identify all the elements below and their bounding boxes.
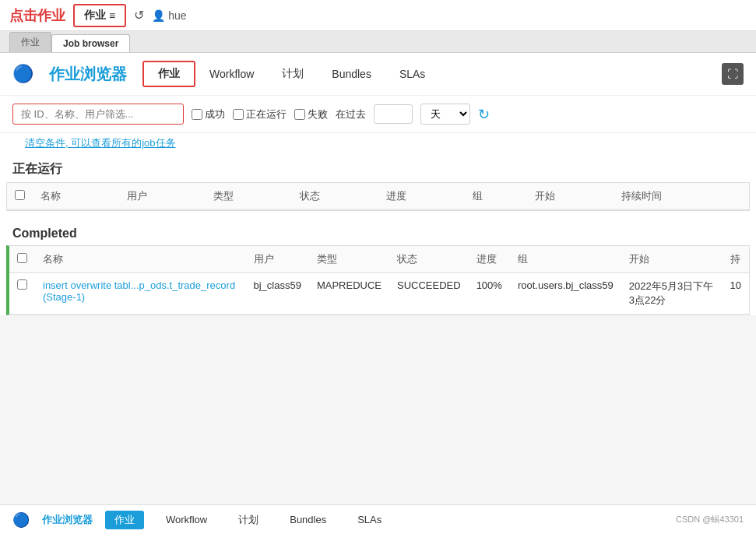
clear-filter-link[interactable]: 清空条件, 可以查看所有的job任务 (12, 134, 188, 152)
running-col-status: 状态 (292, 183, 378, 210)
running-checkbox-label[interactable]: 正在运行 (233, 107, 287, 121)
success-label: 成功 (205, 107, 225, 121)
completed-col-status: 状态 (389, 246, 469, 273)
completed-table-container: 名称 用户 类型 状态 进度 组 开始 持 i (6, 245, 750, 315)
completed-scroll-area[interactable]: 名称 用户 类型 状态 进度 组 开始 持 i (9, 246, 749, 314)
history-icon[interactable]: ↺ (134, 8, 144, 23)
browser-tab-jobbrowser[interactable]: Job browser (51, 34, 130, 52)
table-row: insert overwrite tabl...p_ods.t_trade_re… (9, 273, 749, 314)
running-checkbox[interactable] (233, 109, 244, 120)
unit-select[interactable]: 天 小时 分钟 (420, 104, 470, 125)
running-select-all[interactable] (15, 190, 25, 200)
fullscreen-button[interactable]: ⛶ (722, 63, 744, 85)
row-progress: 100% (469, 273, 510, 314)
running-col-check (7, 183, 33, 210)
nav-tab-slas[interactable]: SLAs (385, 63, 439, 85)
running-scroll-area[interactable]: 名称 用户 类型 状态 进度 组 开始 持续时间 (7, 183, 749, 210)
row-checkbox[interactable] (17, 279, 27, 290)
success-checkbox[interactable] (192, 109, 202, 120)
running-col-user: 用户 (119, 183, 206, 210)
failed-checkbox[interactable] (294, 109, 305, 120)
nav-tabs: 作业 Workflow 计划 Bundles SLAs (142, 61, 439, 87)
row-status: SUCCEEDED (389, 273, 469, 314)
running-label: 正在运行 (246, 107, 287, 121)
nav-tab-job[interactable]: 作业 (142, 61, 195, 87)
completed-col-name: 名称 (35, 246, 246, 273)
completed-col-user: 用户 (246, 246, 309, 273)
row-duration: 10 (723, 273, 749, 314)
row-user: bj_class59 (246, 273, 309, 314)
running-heading: 正在运行 (0, 153, 756, 182)
nav-tab-schedule[interactable]: 计划 (268, 62, 318, 86)
running-col-duration: 持续时间 (614, 183, 749, 210)
click-job-label: 点击作业 (9, 6, 65, 25)
completed-col-progress: 进度 (469, 246, 510, 273)
running-table-container: 名称 用户 类型 状态 进度 组 开始 持续时间 (6, 182, 750, 211)
completed-select-all[interactable] (17, 253, 27, 263)
row-check (9, 273, 35, 314)
row-start: 2022年5月3日下午3点22分 (621, 273, 723, 314)
completed-table: 名称 用户 类型 状态 进度 组 开始 持 i (9, 246, 749, 314)
running-col-progress: 进度 (378, 183, 465, 210)
main-content: 🔵 作业浏览器 作业 Workflow 计划 Bundles SLAs ⛶ 成功… (0, 53, 756, 315)
user-name: hue (168, 9, 186, 22)
running-col-type: 类型 (206, 183, 292, 210)
row-type: MAPREDUCE (309, 273, 389, 314)
running-col-name: 名称 (33, 183, 119, 210)
running-table: 名称 用户 类型 状态 进度 组 开始 持续时间 (7, 183, 749, 210)
refresh-button[interactable]: ↻ (478, 106, 490, 123)
days-input[interactable]: 7 (374, 104, 413, 124)
row-name[interactable]: insert overwrite tabl...p_ods.t_trade_re… (35, 273, 246, 314)
user-info: 👤 hue (152, 9, 186, 22)
page-header: 🔵 作业浏览器 作业 Workflow 计划 Bundles SLAs ⛶ (0, 53, 756, 96)
running-col-start: 开始 (527, 183, 614, 210)
failed-checkbox-label[interactable]: 失败 (294, 107, 328, 121)
completed-col-duration: 持 (723, 246, 749, 273)
job-button[interactable]: 作业 ≡ (73, 4, 126, 27)
completed-col-group: 组 (510, 246, 621, 273)
completed-col-type: 类型 (309, 246, 389, 273)
browser-tab-job[interactable]: 作业 (9, 32, 51, 52)
filter-bar: 成功 正在运行 失败 在过去 7 天 小时 分钟 ↻ (0, 96, 756, 133)
nav-tab-bundles[interactable]: Bundles (318, 63, 385, 85)
notice-area: 清空条件, 可以查看所有的job任务 (0, 133, 756, 153)
completed-col-check (9, 246, 35, 273)
menu-icon: ≡ (109, 9, 115, 22)
completed-heading: Completed (0, 219, 756, 245)
success-checkbox-label[interactable]: 成功 (192, 107, 225, 121)
past-label: 在过去 (336, 107, 366, 121)
completed-col-start: 开始 (621, 246, 723, 273)
failed-label: 失败 (308, 107, 328, 121)
search-input[interactable] (12, 104, 184, 125)
nav-tab-workflow[interactable]: Workflow (195, 63, 268, 85)
job-button-label: 作业 (84, 9, 106, 23)
running-col-group: 组 (465, 183, 527, 210)
user-icon: 👤 (152, 9, 165, 22)
top-bar: 点击作业 作业 ≡ ↺ 👤 hue (0, 0, 756, 31)
page-title: 作业浏览器 (49, 64, 127, 85)
browser-tab-row: 作业 Job browser (0, 31, 756, 53)
page-logo-icon: 🔵 (12, 64, 33, 84)
row-group: root.users.bj_class59 (510, 273, 621, 314)
